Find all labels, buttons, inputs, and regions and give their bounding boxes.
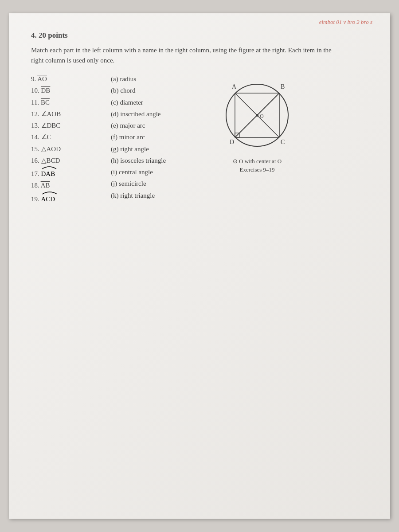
watermark: elmbot 01 v bro 2 bro s (319, 19, 372, 26)
point-O-label: O (260, 113, 264, 119)
list-item: 15. △AOD (31, 143, 102, 155)
list-item: 19. ACD (31, 192, 102, 205)
point-D-label: D (230, 139, 234, 145)
diagram-caption: ⊙ O with center at O (233, 158, 282, 165)
answer-choice: (f) minor arc (111, 131, 200, 143)
answer-choice: (d) inscribed angle (111, 108, 200, 120)
answer-choice: (e) major arc (111, 120, 200, 131)
answer-choice: (h) isosceles triangle (111, 155, 200, 166)
answer-choice: (i) central angle (111, 166, 200, 178)
list-item: 12. ∠AOB (31, 108, 102, 120)
list-item: 17. DAB (31, 166, 102, 180)
page: elmbot 01 v bro 2 bro s 4. 20 points Mat… (9, 13, 390, 519)
list-item: 14. ∠C (31, 131, 102, 143)
svg-line-9 (235, 115, 257, 137)
left-column: 9. AO 10. DB 11. BC 12. ∠AOB 13. ∠DBC 14… (31, 73, 102, 205)
point-B-label: B (281, 83, 285, 90)
list-item: 9. AO (31, 73, 102, 85)
question-number: 4. 20 points (31, 31, 368, 40)
right-column: (a) radius (b) chord (c) diameter (d) in… (111, 73, 200, 201)
list-item: 11. BC (31, 97, 102, 108)
content-area: 9. AO 10. DB 11. BC 12. ∠AOB 13. ∠DBC 14… (31, 73, 368, 205)
list-item: 10. DB (31, 85, 102, 96)
circle-diagram: A B D C O (217, 75, 297, 155)
list-item: 13. ∠DBC (31, 120, 102, 131)
answer-choice: (a) radius (111, 73, 200, 85)
svg-line-7 (235, 93, 257, 115)
answer-choice: (k) right triangle (111, 190, 200, 201)
instructions: Match each part in the left column with … (31, 45, 341, 65)
svg-line-8 (257, 93, 279, 115)
answer-choice: (g) right angle (111, 143, 200, 155)
answer-choice: (c) diameter (111, 97, 200, 108)
exercises-label: Exercises 9–19 (239, 166, 274, 173)
point-C-label: C (281, 139, 285, 145)
point-A-label: A (232, 83, 237, 90)
diagram-area: A B D C O ⊙ O with center at O Exercises… (217, 73, 297, 173)
answer-choice: (j) semicircle (111, 178, 200, 189)
answer-choice: (b) chord (111, 85, 200, 96)
